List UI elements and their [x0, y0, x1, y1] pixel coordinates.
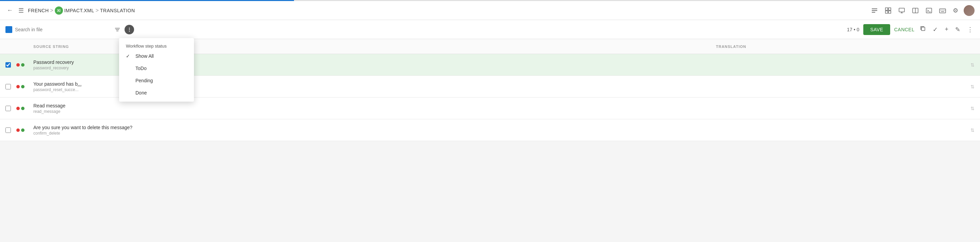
- top-nav-left: ← ☰ FRENCH > XI IMPACT.XML > TRANSLATION: [5, 5, 870, 16]
- toolbar: ⋮ 17 • 0 SAVE CANCEL ✓ + ✎ ⋮: [0, 20, 980, 39]
- row-action: ⇅: [964, 127, 975, 133]
- sort-icon: ⇅: [970, 127, 975, 133]
- svg-rect-0: [872, 8, 877, 9]
- breadcrumb: FRENCH > XI IMPACT.XML > TRANSLATION: [28, 6, 135, 14]
- breadcrumb-french[interactable]: FRENCH: [28, 8, 49, 13]
- toolbar-right: 17 • 0 SAVE CANCEL ✓ + ✎ ⋮: [847, 24, 975, 35]
- row-checkbox[interactable]: [5, 84, 11, 89]
- overflow-menu-icon[interactable]: ⋮: [966, 24, 975, 35]
- filter-icon[interactable]: [113, 25, 122, 34]
- svg-rect-3: [885, 8, 888, 10]
- avatar[interactable]: [964, 5, 975, 16]
- top-nav-right: ⚙: [870, 5, 975, 16]
- svg-rect-4: [888, 8, 891, 10]
- grid-view-icon[interactable]: [883, 6, 893, 15]
- check-icon[interactable]: ✓: [931, 24, 939, 35]
- source-text: Read message: [33, 103, 498, 108]
- sort-icon: ⇅: [970, 106, 975, 111]
- add-icon[interactable]: +: [943, 24, 950, 34]
- status-dot-green: [21, 63, 24, 66]
- dropdown-item-done[interactable]: Done: [119, 87, 194, 99]
- save-button[interactable]: SAVE: [863, 24, 890, 35]
- source-text: Are you sure you want to delete this mes…: [33, 125, 498, 130]
- split-view-icon[interactable]: [911, 6, 920, 15]
- search-input[interactable]: [15, 27, 110, 32]
- row-checkbox-wrap: [5, 106, 16, 111]
- row-action: ⇅: [964, 84, 975, 89]
- svg-rect-6: [888, 11, 891, 13]
- svg-rect-23: [921, 27, 925, 31]
- col-source-header: SOURCE STRING: [33, 44, 498, 49]
- row-checkbox[interactable]: [5, 127, 11, 133]
- dropdown-item-label: Pending: [135, 78, 187, 83]
- row-status-icons: [16, 128, 33, 132]
- breadcrumb-file[interactable]: IMPACT.XML: [64, 8, 94, 13]
- svg-rect-5: [885, 11, 888, 13]
- dropdown-menu: Workflow step status ✓ Show All ToDo Pen…: [119, 38, 194, 102]
- breadcrumb-translation[interactable]: TRANSLATION: [100, 8, 135, 13]
- col-translation-header: TRANSLATION: [498, 44, 964, 49]
- row-checkbox[interactable]: [5, 106, 11, 111]
- more-options-button[interactable]: ⋮: [124, 25, 134, 34]
- row-status-icons: [16, 85, 33, 89]
- dropdown-item-label: Done: [135, 90, 187, 95]
- monitor-icon[interactable]: [897, 6, 907, 15]
- toolbar-left: ⋮: [5, 25, 847, 34]
- row-source: Password recovery password_recovery: [33, 60, 498, 70]
- blue-indicator: [5, 26, 12, 33]
- search-input-wrap: [15, 27, 110, 32]
- status-dot-green: [21, 85, 24, 89]
- svg-rect-12: [926, 8, 932, 13]
- row-action: ⇅: [964, 106, 975, 111]
- svg-rect-7: [899, 8, 904, 12]
- count-value: 17: [847, 27, 853, 32]
- svg-rect-14: [940, 9, 946, 13]
- status-dot-red: [16, 63, 20, 66]
- terminal-icon[interactable]: [924, 6, 934, 15]
- source-key: password_recovery: [33, 66, 498, 70]
- source-text: Password recovery: [33, 60, 498, 65]
- hamburger-menu[interactable]: ☰: [17, 5, 25, 16]
- list-format-icon[interactable]: [870, 6, 879, 15]
- row-checkbox-wrap: [5, 62, 16, 68]
- breadcrumb-sep-2: >: [95, 8, 99, 14]
- dropdown-section-label: Workflow step status: [119, 41, 194, 50]
- status-dot-green: [21, 128, 24, 132]
- row-source: Are you sure you want to delete this mes…: [33, 125, 498, 136]
- dropdown-item-pending[interactable]: Pending: [119, 74, 194, 87]
- svg-rect-2: [872, 12, 875, 13]
- sort-icon: ⇅: [970, 62, 975, 68]
- row-status-icons: [16, 63, 33, 66]
- row-source: Read message read_message: [33, 103, 498, 114]
- row-checkbox-wrap: [5, 127, 16, 133]
- row-checkbox[interactable]: [5, 62, 11, 68]
- status-dot-red: [16, 107, 20, 110]
- dropdown-item-show-all[interactable]: ✓ Show All: [119, 50, 194, 62]
- file-type-icon: XI: [55, 6, 63, 14]
- top-nav: ← ☰ FRENCH > XI IMPACT.XML > TRANSLATION: [0, 1, 980, 20]
- dropdown-item-label: Show All: [135, 53, 187, 59]
- dropdown-item-label: ToDo: [135, 66, 187, 71]
- breadcrumb-sep-1: >: [50, 8, 53, 14]
- checkmark-icon: ✓: [126, 53, 131, 59]
- cancel-button[interactable]: CANCEL: [894, 27, 915, 32]
- count2-value: 0: [857, 27, 859, 32]
- row-action: ⇅: [964, 62, 975, 68]
- source-key: password_reset_succe...: [33, 87, 498, 92]
- row-source: Your password has b... password_reset_su…: [33, 81, 498, 92]
- status-dot-green: [21, 107, 24, 110]
- table-row[interactable]: Are you sure you want to delete this mes…: [0, 119, 980, 141]
- back-button[interactable]: ←: [5, 5, 14, 15]
- count-sep: •: [854, 27, 856, 32]
- svg-rect-1: [872, 10, 877, 11]
- source-key: read_message: [33, 109, 498, 114]
- row-status-icons: [16, 107, 33, 110]
- keyboard-icon[interactable]: [938, 6, 947, 15]
- status-dot-red: [16, 85, 20, 89]
- edit-icon[interactable]: ✎: [954, 24, 962, 35]
- count-display: 17 • 0: [847, 27, 859, 32]
- copy-icon[interactable]: [918, 24, 927, 35]
- settings-icon[interactable]: ⚙: [951, 5, 959, 16]
- dropdown-item-todo[interactable]: ToDo: [119, 62, 194, 74]
- status-dot-red: [16, 128, 20, 132]
